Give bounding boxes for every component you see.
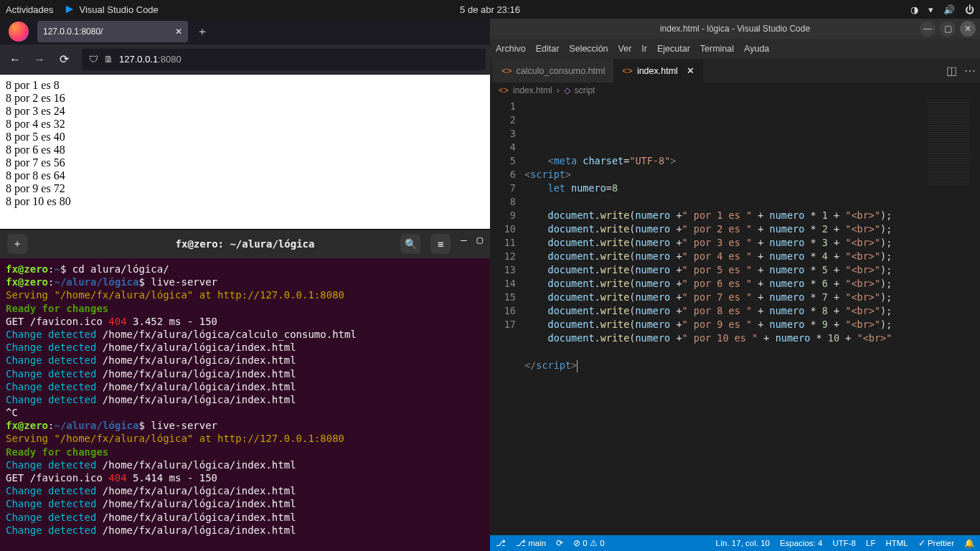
shield-icon[interactable]: 🛡 [89, 54, 98, 65]
encoding[interactable]: UTF-8 [832, 539, 856, 547]
editor-tab[interactable]: <>index.html✕ [613, 59, 703, 83]
brightness-icon[interactable]: ◑ [910, 4, 918, 15]
status-bar: ⎇ ⎇ main ⟳ ⊘ 0 ⚠ 0 Lín. 17, col. 10 Espa… [490, 535, 980, 551]
terminal-line: Ready for changes [6, 302, 484, 315]
menu-icon[interactable]: ≡ [430, 234, 451, 254]
code-line[interactable] [524, 195, 980, 209]
code-editor[interactable]: 1234567891011121314151617 <meta charset=… [490, 98, 980, 535]
menu-item[interactable]: Ver [618, 44, 632, 54]
wifi-icon[interactable]: ▾ [928, 4, 933, 15]
prettier[interactable]: ✓ Prettier [918, 538, 954, 548]
vscode-title-label: index.html - lógica - Visual Studio Code [660, 24, 810, 34]
spaces[interactable]: Espacios: 4 [780, 539, 822, 547]
breadcrumb[interactable]: <> index.html › ◇ script [490, 83, 980, 98]
language-mode[interactable]: HTML [885, 539, 908, 547]
code-line[interactable]: document.write(numero +" por 2 es " + nu… [524, 222, 980, 236]
tab-title: 127.0.0.1:8080/ [43, 27, 103, 37]
terminal-line: Change detected /home/fx/alura/lógica/in… [6, 511, 484, 524]
breadcrumb-file[interactable]: index.html [513, 85, 552, 95]
firefox-tabbar: 127.0.0.1:8080/ ✕ ＋ [0, 19, 490, 44]
code-line[interactable]: <script> [524, 168, 980, 182]
back-button[interactable]: ← [4, 49, 26, 70]
code-line[interactable]: document.write(numero +" por 7 es " + nu… [524, 291, 980, 304]
terminal-title: fx@zero: ~/alura/lógica [176, 238, 315, 250]
maximize-button[interactable]: ▢ [940, 21, 956, 37]
sync-icon[interactable]: ⟳ [556, 538, 563, 548]
editor-tab[interactable]: <>calculo_consumo.html [493, 59, 613, 83]
terminal-line: fx@zero:~/alura/lógica$ live-server [6, 276, 484, 288]
output-line: 8 por 3 es 24 [6, 105, 484, 118]
url-bar[interactable]: 🛡 🗎 127.0.0.1:8080 [82, 49, 486, 70]
breadcrumb-symbol[interactable]: script [575, 85, 595, 95]
code-line[interactable]: document.write(numero +" por 8 es " + nu… [524, 304, 980, 318]
terminal-line: Change detected /home/fx/alura/lógica/in… [6, 484, 484, 497]
code-line[interactable] [524, 141, 980, 154]
file-icon: <> [499, 85, 509, 95]
code-line[interactable]: document.write(numero +" por 9 es " + nu… [524, 318, 980, 331]
eol[interactable]: LF [866, 539, 875, 547]
minimize-button[interactable]: — [920, 21, 936, 37]
firefox-logo-icon[interactable] [9, 22, 29, 42]
notifications-icon[interactable]: 🔔 [964, 538, 974, 548]
code-line[interactable] [524, 345, 980, 359]
tab-close-icon[interactable]: ✕ [175, 27, 182, 37]
html-file-icon: <> [501, 66, 512, 76]
forward-button: → [29, 49, 50, 70]
terminal-line: Serving "/home/fx/alura/lógica" at http:… [6, 432, 484, 445]
menu-item[interactable]: Archivo [496, 44, 526, 54]
code-line[interactable]: document.write(numero +" por 3 es " + nu… [524, 236, 980, 250]
code-line[interactable]: document.write(numero +" por 5 es " + nu… [524, 263, 980, 277]
menu-item[interactable]: Ir [641, 44, 647, 54]
power-icon[interactable]: ⏻ [965, 4, 974, 15]
menu-item[interactable]: Ejecutar [657, 44, 690, 54]
terminal-line: GET /favicon.ico 404 5.414 ms - 150 [6, 471, 484, 484]
activities-button[interactable]: Actividades [6, 4, 53, 15]
close-button[interactable]: ✕ [960, 21, 976, 37]
menu-item[interactable]: Ayuda [744, 44, 769, 54]
close-tab-icon[interactable]: ✕ [687, 65, 694, 76]
clock[interactable]: 5 de abr 23:16 [460, 4, 520, 15]
maximize-icon[interactable]: ▢ [477, 234, 483, 254]
output-line: 8 por 7 es 56 [6, 156, 484, 169]
code-line[interactable]: let numero=8 [524, 182, 980, 195]
output-line: 8 por 2 es 16 [6, 92, 484, 105]
code-line[interactable]: document.write(numero +" por 1 es " + nu… [524, 209, 980, 222]
menu-item[interactable]: Selección [569, 44, 608, 54]
search-icon[interactable]: 🔍 [400, 234, 420, 254]
menu-item[interactable]: Terminal [700, 44, 734, 54]
vscode-window: index.html - lógica - Visual Studio Code… [490, 19, 980, 551]
new-tab-button[interactable]: ＋ [192, 22, 212, 42]
code-area[interactable]: <meta charset="UTF-8"><script> let numer… [524, 98, 980, 535]
line-gutter: 1234567891011121314151617 [490, 98, 524, 535]
cursor-position[interactable]: Lín. 17, col. 10 [715, 539, 769, 547]
minimap[interactable] [927, 98, 970, 184]
reload-button[interactable]: ⟳ [53, 49, 75, 70]
app-indicator[interactable]: Visual Studio Code [65, 4, 158, 15]
code-line[interactable]: document.write(numero +" por 6 es " + nu… [524, 277, 980, 291]
terminal-line: Change detected /home/fx/alura/lógica/in… [6, 524, 484, 537]
remote-icon[interactable]: ⎇ [496, 538, 506, 548]
site-info-icon[interactable]: 🗎 [104, 54, 113, 65]
terminal-line: Ready for changes [6, 446, 484, 458]
terminal-line: Change detected /home/fx/alura/lógica/in… [6, 393, 484, 406]
minimize-icon[interactable]: — [461, 234, 466, 254]
new-tab-button[interactable]: ＋ [7, 234, 27, 254]
problems[interactable]: ⊘ 0 ⚠ 0 [573, 538, 604, 548]
split-editor-icon[interactable]: ◫ [946, 64, 957, 77]
code-line[interactable]: document.write(numero +" por 4 es " + nu… [524, 250, 980, 263]
code-line[interactable]: </script> [524, 359, 980, 372]
terminal-line: Change detected /home/fx/alura/lógica/in… [6, 380, 484, 393]
url-path: :8080 [158, 54, 182, 65]
code-line[interactable]: <meta charset="UTF-8"> [524, 154, 980, 168]
output-line: 8 por 10 es 80 [6, 195, 484, 208]
menu-item[interactable]: Editar [536, 44, 560, 54]
terminal-body[interactable]: fx@zero:~$ cd alura/lógica/fx@zero:~/alu… [0, 258, 490, 541]
browser-tab[interactable]: 127.0.0.1:8080/ ✕ [37, 21, 188, 42]
output-line: 8 por 1 es 8 [6, 79, 484, 92]
volume-icon[interactable]: 🔊 [943, 4, 955, 15]
git-branch[interactable]: ⎇ main [516, 538, 546, 548]
code-line[interactable]: document.write(numero +" por 10 es " + n… [524, 331, 980, 345]
more-actions-icon[interactable]: ⋯ [964, 64, 976, 77]
output-line: 8 por 6 es 48 [6, 143, 484, 156]
terminal-line: Change detected /home/fx/alura/lógica/in… [6, 367, 484, 380]
